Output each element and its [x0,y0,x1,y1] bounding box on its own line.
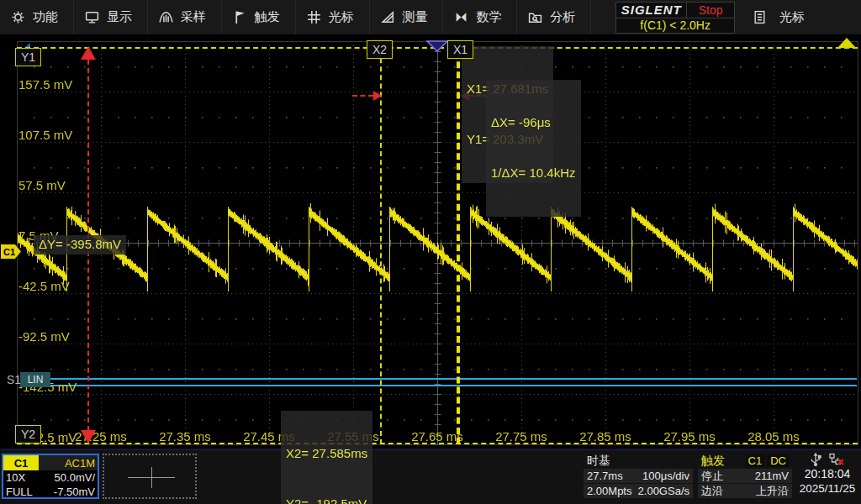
sample-rate: 2.00GSa/s [638,485,689,497]
delta-y-arrow-down [81,430,96,444]
trigger-position-marker[interactable] [425,40,449,53]
serial-bus-label: S1 [7,373,21,386]
cursor-y2-line[interactable] [17,443,858,444]
waveform-display-area: 157.5 mV 107.5 mV 57.5 mV 7.5 mV -42.5 m… [0,35,861,449]
trigger-panel[interactable]: 触发 C1 DC 停止 211mV 边沿 上升沿 [698,454,792,499]
cursor-x1-label[interactable]: X1 [447,40,473,59]
cursor-x1-line[interactable] [457,41,460,444]
menu-trigger-label: 触发 [255,9,280,25]
channel1-bandwidth: FULL [6,486,33,498]
add-channel-cross [151,467,152,488]
readout-1dx: 1/ΔX= 10.4kHz [491,165,576,181]
trigger-mode: 边沿 [701,484,723,499]
usb-icon [810,453,821,466]
trigger-title: 触发 [701,454,725,469]
cursor-readout-dy: ΔY= -395.8mV [34,235,126,255]
lan-disconnected-icon [828,453,845,466]
t-axis-label: 27.35 ms [143,429,227,444]
trigger-level: 211mV [755,470,789,482]
delta-x-arrow-line [352,95,373,97]
v-axis-label: -42.5 mV [18,279,70,293]
menu-function[interactable]: 功能 [0,0,74,34]
channel1-offset: -7.50mV [54,486,95,498]
channel1-attenuation: 10X [6,471,25,484]
cursor-x2-line[interactable] [380,41,382,444]
siglent-logo: SIGLENT [616,3,687,18]
readout-dx: ΔX= -96μs [491,114,576,131]
math-icon [454,10,468,24]
top-menu-bar: 功能 显示 采样 触发 光标 [0,0,861,35]
menu-math[interactable]: 数学 [443,0,517,34]
v-axis-label: -92.5 mV [18,329,70,344]
menu-cursors-panel-label: 光标 [779,9,805,25]
menu-analysis[interactable]: 分析 [517,0,591,34]
menu-display[interactable]: 显示 [74,0,148,34]
cursor-grid-icon [307,10,321,24]
menu-acquire[interactable]: 采样 [148,0,222,34]
menu-display-label: 显示 [107,9,132,25]
delta-y-arrow-up [81,46,96,60]
measure-icon [381,10,395,24]
t-axis-label: 27.95 ms [647,429,732,444]
serial-bus-type-badge[interactable]: LIN [20,372,50,387]
menu-function-label: 功能 [33,9,58,25]
menu-cursors-panel[interactable]: 光标 [735,0,861,34]
cursor-y2-label[interactable]: Y2 [15,425,41,444]
channel2-empty-slot[interactable] [103,454,197,499]
cursor-x2-label[interactable]: X2 [367,40,393,59]
system-status-area: 20:18:04 2025/11/25 [795,452,859,497]
menu-analysis-label: 分析 [550,9,575,25]
channel1-coupling: AC1M [39,455,98,470]
trigger-status: 停止 [701,469,723,484]
v-axis-label: 157.5 mV [18,77,72,92]
gear-icon [11,10,25,24]
status-bar: C1 AC1M 10X 50.0mV/ FULL -7.50mV 时基 27.7… [0,449,861,504]
menu-math-label: 数学 [476,9,501,25]
trigger-slope: 上升沿 [756,484,789,499]
menu-cursors-label: 光标 [329,9,354,25]
acquisition-status[interactable]: Stop [687,3,734,18]
trigger-coupling-chip: DC [768,454,789,467]
readout-y2: Y2= -192.5mV [286,496,367,504]
menu-measure-label: 测量 [403,9,428,25]
t-axis-label: 28.05 ms [732,429,816,444]
menu-measure[interactable]: 测量 [370,0,444,34]
brand-status-box: SIGLENT Stop f(C1) < 2.0Hz [615,2,735,34]
clock-date: 2025/11/25 [795,482,859,497]
menu-acquire-label: 采样 [181,9,206,25]
t-axis-label: 27.25 ms [59,429,143,444]
cursor-readout-deltas: ΔX= -96μs 1/ΔX= 10.4kHz [486,80,581,217]
cursor-readout-x2y2: X2= 27.585ms Y2= -192.5mV [281,411,372,504]
cursor-y1-label[interactable]: Y1 [15,48,41,66]
t-axis-label: 27.85 ms [563,429,647,444]
readout-x2: X2= 27.585ms [286,445,367,462]
t-axis-label: 27.75 ms [479,429,563,444]
channel1-badge[interactable]: C1 [3,455,39,470]
t-axis-label: 27.65 ms [395,429,479,444]
trigger-source-chip: C1 [746,454,765,467]
v-axis-label: 57.5 mV [18,178,66,192]
delta-x-arrow-right [373,91,382,101]
timebase-panel[interactable]: 时基 27.7ms 100μs/div 2.00Mpts 2.00GSa/s [584,454,693,499]
memory-depth: 2.00Mpts [587,485,631,497]
display-icon [85,10,99,24]
acquire-icon [159,10,173,24]
analysis-icon [528,10,542,24]
timebase-title: 时基 [587,454,610,469]
clock-time: 20:18:04 [795,467,859,482]
timebase-scale: 100μs/div [642,470,689,482]
channel1-info-box[interactable]: C1 AC1M 10X 50.0mV/ FULL -7.50mV [2,454,99,499]
list-icon [753,10,766,24]
menu-cursors[interactable]: 光标 [296,0,370,34]
timebase-delay: 27.7ms [587,470,623,482]
cursor-y1-handle[interactable] [837,38,856,48]
flag-icon [233,10,247,24]
menu-trigger[interactable]: 触发 [222,0,296,34]
oscilloscope-screen: 功能 显示 采样 触发 光标 [0,0,861,504]
channel1-volts-per-div: 50.0mV/ [55,471,95,484]
trigger-frequency-readout: f(C1) < 2.0Hz [616,18,734,34]
waveform-canvas[interactable] [0,35,861,449]
v-axis-label: 107.5 mV [18,128,72,142]
